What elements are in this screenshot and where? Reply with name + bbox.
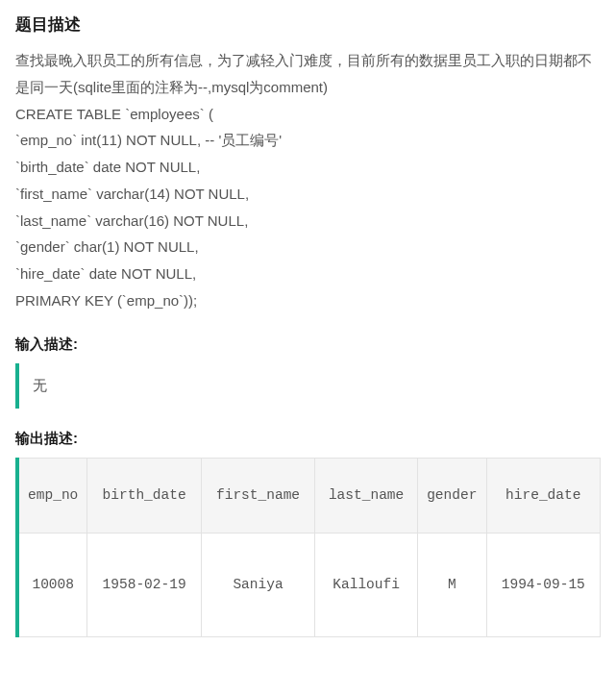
table-header-cell: hire_date	[486, 458, 600, 533]
table-header-cell: gender	[417, 458, 486, 533]
input-title: 输入描述:	[15, 335, 601, 354]
table-body: 100081958-02-19SaniyaKalloufiM1994-09-15	[19, 533, 601, 636]
problem-ddl: CREATE TABLE `employees` ( `emp_no` int(…	[15, 101, 601, 314]
problem-intro: 查找最晚入职员工的所有信息，为了减轻入门难度，目前所有的数据里员工入职的日期都不…	[15, 47, 601, 101]
problem-title: 题目描述	[15, 13, 601, 36]
table-header-cell: emp_no	[19, 458, 87, 533]
table-cell: Saniya	[201, 533, 314, 636]
table-header-row: emp_nobirth_datefirst_namelast_namegende…	[19, 458, 601, 533]
output-table: emp_nobirth_datefirst_namelast_namegende…	[19, 458, 601, 637]
input-block: 无	[15, 363, 601, 409]
table-header-cell: last_name	[315, 458, 418, 533]
table-header-cell: birth_date	[87, 458, 201, 533]
table-row: 100081958-02-19SaniyaKalloufiM1994-09-15	[19, 533, 601, 636]
table-cell: 1994-09-15	[486, 533, 600, 636]
table-cell: M	[417, 533, 486, 636]
table-cell: Kalloufi	[315, 533, 418, 636]
table-header-cell: first_name	[201, 458, 314, 533]
table-cell: 1958-02-19	[87, 533, 201, 636]
output-table-wrap: emp_nobirth_datefirst_namelast_namegende…	[15, 458, 601, 637]
table-cell: 10008	[19, 533, 87, 636]
output-title: 输出描述:	[15, 430, 601, 448]
